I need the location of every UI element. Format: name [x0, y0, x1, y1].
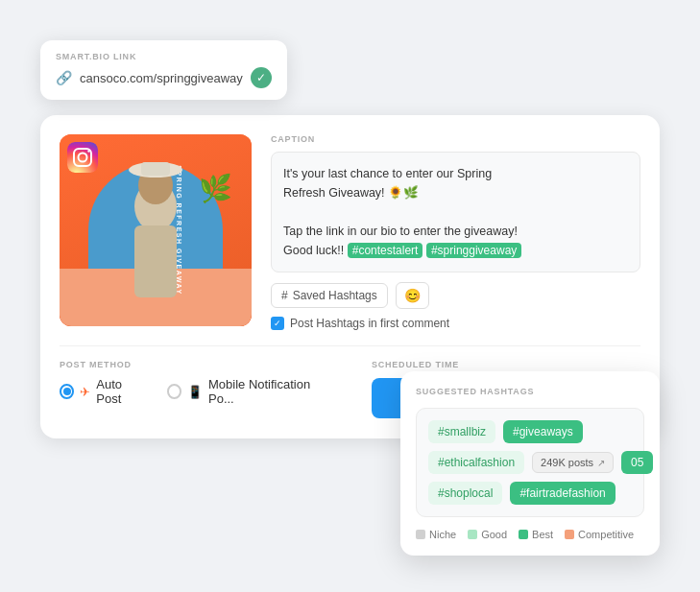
smartbio-url-row: 🔗 cansoco.com/springgiveaway ✓ [56, 67, 272, 88]
scheduled-time-label: SCHEDULED TIME [372, 360, 640, 369]
caption-line4: Good luck!! [283, 244, 344, 257]
legend-row: Niche Good Best Competitive [416, 529, 644, 540]
emoji-button[interactable]: 😊 [396, 282, 429, 309]
saved-hashtags-button[interactable]: # Saved Hashtags [271, 283, 388, 308]
svg-rect-5 [134, 225, 177, 297]
hashtag-row-1: #smallbiz #giveaways [428, 420, 632, 443]
post-count-text: 249K posts [541, 457, 593, 468]
post-method-section: POST METHOD ✈ Auto Post 📱 Mobile Notific… [60, 360, 333, 419]
caption-area: CAPTION It's your last chance to enter o… [271, 134, 640, 330]
hashtag-springgiveaway[interactable]: #springgiveaway [426, 243, 521, 258]
post-image-area: 🌿 SPRING REFRESH GIVEAWAY [60, 134, 252, 330]
first-comment-label: Post Hashtags in first comment [290, 317, 449, 330]
legend-good: Good [468, 529, 507, 540]
post-method-label: POST METHOD [60, 360, 333, 369]
hashtag-chip-shoplocal[interactable]: #shoplocal [428, 482, 502, 505]
hashtags-grid: #smallbiz #giveaways #ethicalfashion 249… [416, 408, 644, 517]
legend-dot-good [468, 530, 477, 539]
hashtag-symbol: # [281, 289, 288, 302]
instagram-icon [67, 142, 98, 173]
legend-niche: Niche [416, 529, 456, 540]
svg-point-3 [87, 150, 89, 152]
hashtag-row-3: #shoplocal #fairtradefashion [428, 482, 632, 505]
legend-dot-best [519, 530, 528, 539]
svg-rect-0 [67, 142, 98, 173]
person-figure [103, 149, 208, 326]
link-icon: 🔗 [56, 70, 72, 85]
auto-post-label: Auto Post [96, 377, 147, 406]
hashtags-card-label: SUGGESTED HASHTAGS [416, 387, 644, 396]
external-link-icon: ↗ [597, 458, 605, 468]
post-method-row: ✈ Auto Post 📱 Mobile Notification Po... [60, 377, 333, 406]
hashtag-contestalert[interactable]: #contestalert [348, 243, 423, 258]
caption-label: CAPTION [271, 134, 640, 144]
hashtag-chip-ethicalfashion[interactable]: #ethicalfashion [428, 451, 524, 474]
check-circle-icon: ✓ [251, 67, 272, 88]
auto-post-option[interactable]: ✈ Auto Post [60, 377, 148, 406]
legend-label-competitive: Competitive [578, 529, 634, 540]
auto-post-radio[interactable] [60, 384, 74, 399]
legend-label-niche: Niche [429, 529, 456, 540]
legend-label-best: Best [532, 529, 553, 540]
mobile-icon: 📱 [187, 385, 203, 399]
first-comment-checkbox[interactable]: ✓ [271, 317, 284, 330]
caption-line2: Refresh Giveaway! 🌻🌿 [283, 186, 419, 200]
main-card-inner: 🌿 SPRING REFRESH GIVEAWAY CAPTION It's y… [60, 134, 640, 330]
hashtag-chip-giveaways[interactable]: #giveaways [503, 420, 583, 443]
smartbio-label: SMART.BIO LINK [56, 52, 272, 61]
mobile-notification-label: Mobile Notification Po... [208, 377, 333, 406]
hashtag-row-2: #ethicalfashion 249K posts ↗ 05 [428, 451, 632, 474]
legend-dot-competitive [565, 530, 574, 539]
legend-best: Best [519, 529, 553, 540]
legend-dot-niche [416, 530, 425, 539]
post-count-badge: 249K posts ↗ [532, 452, 614, 473]
mobile-notification-option[interactable]: 📱 Mobile Notification Po... [167, 377, 333, 406]
caption-textbox[interactable]: It's your last chance to enter our Sprin… [271, 152, 640, 272]
hashtag-chip-smallbiz[interactable]: #smallbiz [428, 420, 495, 443]
hashtag-chip-fairtradefashion[interactable]: #fairtradefashion [510, 482, 615, 505]
mobile-notification-radio[interactable] [167, 384, 181, 399]
radio-inner-dot [63, 388, 71, 395]
caption-line1: It's your last chance to enter our Sprin… [283, 167, 492, 180]
legend-competitive: Competitive [565, 529, 634, 540]
smartbio-card: SMART.BIO LINK 🔗 cansoco.com/springgivea… [40, 40, 287, 100]
hashtag-buttons-row: # Saved Hashtags 😊 [271, 282, 640, 309]
caption-line3: Tap the link in our bio to enter the giv… [283, 225, 518, 238]
legend-label-good: Good [481, 529, 507, 540]
svg-rect-8 [141, 162, 170, 176]
saved-hashtags-label: Saved Hashtags [293, 289, 377, 302]
hashtag-chip-05[interactable]: 05 [621, 451, 653, 474]
hashtags-card: SUGGESTED HASHTAGS #smallbiz #giveaways … [400, 371, 660, 556]
smartbio-url: cansoco.com/springgiveaway [80, 71, 243, 85]
plant-decoration: 🌿 [199, 173, 232, 204]
send-icon: ✈ [80, 385, 90, 399]
first-comment-row: ✓ Post Hashtags in first comment [271, 317, 640, 330]
